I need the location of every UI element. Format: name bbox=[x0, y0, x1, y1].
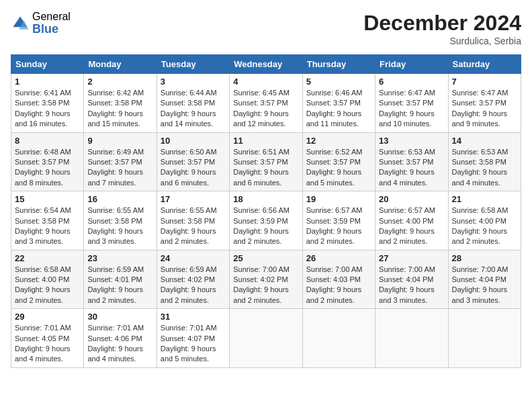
day-info: Sunrise: 6:48 AMSunset: 3:57 PMDaylight:… bbox=[15, 147, 80, 189]
day-info-line: Sunset: 4:07 PM bbox=[161, 334, 226, 344]
day-info-line: Sunrise: 6:57 AM bbox=[379, 205, 444, 216]
day-cell: 27Sunrise: 7:00 AMSunset: 4:04 PMDayligh… bbox=[375, 250, 448, 309]
day-info-line: Daylight: 9 hours bbox=[161, 226, 226, 236]
day-info-line: Sunset: 3:58 PM bbox=[87, 216, 152, 226]
day-number: 19 bbox=[306, 194, 371, 204]
day-number: 10 bbox=[161, 136, 226, 146]
day-info-line: Sunrise: 6:55 AM bbox=[161, 205, 226, 216]
day-info-line: Sunrise: 6:57 AM bbox=[306, 205, 371, 216]
calendar-week-row: 22Sunrise: 6:58 AMSunset: 4:00 PMDayligh… bbox=[11, 250, 521, 309]
empty-day-cell bbox=[302, 309, 375, 368]
day-number: 26 bbox=[306, 253, 371, 263]
day-info: Sunrise: 6:57 AMSunset: 3:59 PMDaylight:… bbox=[306, 205, 371, 247]
day-cell: 22Sunrise: 6:58 AMSunset: 4:00 PMDayligh… bbox=[11, 250, 84, 309]
day-info-line: Sunrise: 6:56 AM bbox=[233, 205, 298, 216]
day-info-line: Sunset: 3:58 PM bbox=[87, 98, 152, 108]
day-info: Sunrise: 7:00 AMSunset: 4:02 PMDaylight:… bbox=[233, 265, 298, 306]
day-info-line: Sunrise: 6:44 AM bbox=[161, 88, 226, 98]
day-number: 4 bbox=[233, 77, 298, 87]
day-info-line: Daylight: 9 hours bbox=[306, 167, 371, 177]
day-info: Sunrise: 6:58 AMSunset: 4:00 PMDaylight:… bbox=[452, 205, 517, 247]
day-info-line: Daylight: 9 hours bbox=[306, 226, 371, 236]
day-info-line: Daylight: 9 hours bbox=[161, 109, 226, 119]
day-info-line: Sunset: 3:58 PM bbox=[161, 216, 226, 226]
day-info-line: Sunset: 3:57 PM bbox=[379, 157, 444, 167]
day-info-line: and 6 minutes. bbox=[233, 178, 298, 188]
day-cell: 29Sunrise: 7:01 AMSunset: 4:05 PMDayligh… bbox=[11, 309, 84, 368]
empty-day-cell bbox=[230, 309, 302, 368]
day-info-line: and 4 minutes. bbox=[379, 178, 444, 188]
day-info-line: Daylight: 9 hours bbox=[15, 167, 80, 177]
day-info: Sunrise: 7:00 AMSunset: 4:04 PMDaylight:… bbox=[452, 265, 517, 306]
day-number: 16 bbox=[87, 194, 152, 204]
day-info: Sunrise: 6:49 AMSunset: 3:57 PMDaylight:… bbox=[87, 147, 152, 189]
day-info-line: Sunset: 4:02 PM bbox=[161, 275, 226, 285]
day-cell: 13Sunrise: 6:53 AMSunset: 3:57 PMDayligh… bbox=[375, 132, 448, 191]
day-info-line: Daylight: 9 hours bbox=[233, 109, 298, 119]
page-header: General Blue December 2024 Surdulica, Se… bbox=[11, 11, 521, 46]
day-number: 15 bbox=[15, 194, 80, 204]
day-info-line: Sunrise: 6:47 AM bbox=[379, 88, 444, 98]
day-number: 2 bbox=[87, 77, 152, 87]
day-number: 31 bbox=[161, 312, 226, 322]
day-info-line: Sunset: 4:04 PM bbox=[379, 275, 444, 285]
day-info-line: and 2 minutes. bbox=[233, 236, 298, 246]
day-cell: 21Sunrise: 6:58 AMSunset: 4:00 PMDayligh… bbox=[448, 191, 521, 250]
calendar-body: 1Sunrise: 6:41 AMSunset: 3:58 PMDaylight… bbox=[11, 74, 521, 368]
location-subtitle: Surdulica, Serbia bbox=[363, 36, 521, 46]
day-info-line: Sunset: 3:57 PM bbox=[379, 98, 444, 108]
day-number: 29 bbox=[15, 312, 80, 322]
day-info: Sunrise: 6:45 AMSunset: 3:57 PMDaylight:… bbox=[233, 88, 298, 130]
day-info-line: Sunset: 3:57 PM bbox=[161, 157, 226, 167]
day-number: 12 bbox=[306, 136, 371, 146]
day-info-line: Daylight: 9 hours bbox=[15, 344, 80, 354]
day-cell: 7Sunrise: 6:47 AMSunset: 3:57 PMDaylight… bbox=[448, 74, 521, 133]
day-info-line: Sunrise: 7:01 AM bbox=[15, 323, 80, 333]
day-info: Sunrise: 6:46 AMSunset: 3:57 PMDaylight:… bbox=[306, 88, 371, 130]
weekday-header-row: SundayMondayTuesdayWednesdayThursdayFrid… bbox=[11, 55, 521, 74]
day-info-line: Sunset: 3:57 PM bbox=[306, 157, 371, 167]
day-cell: 14Sunrise: 6:53 AMSunset: 3:58 PMDayligh… bbox=[448, 132, 521, 191]
day-cell: 31Sunrise: 7:01 AMSunset: 4:07 PMDayligh… bbox=[157, 309, 229, 368]
day-info-line: Sunset: 3:59 PM bbox=[306, 216, 371, 226]
day-info-line: and 10 minutes. bbox=[379, 119, 444, 129]
day-info-line: and 2 minutes. bbox=[161, 236, 226, 246]
day-info: Sunrise: 6:42 AMSunset: 3:58 PMDaylight:… bbox=[87, 88, 152, 130]
day-info-line: and 12 minutes. bbox=[233, 119, 298, 129]
day-info: Sunrise: 6:53 AMSunset: 3:58 PMDaylight:… bbox=[452, 147, 517, 189]
day-info-line: Daylight: 9 hours bbox=[87, 285, 152, 295]
day-info-line: and 2 minutes. bbox=[161, 295, 226, 306]
day-cell: 9Sunrise: 6:49 AMSunset: 3:57 PMDaylight… bbox=[84, 132, 157, 191]
day-info-line: Daylight: 9 hours bbox=[87, 109, 152, 119]
day-info-line: Sunrise: 6:59 AM bbox=[161, 265, 226, 275]
day-number: 22 bbox=[15, 253, 80, 263]
day-info-line: and 2 minutes. bbox=[452, 236, 517, 246]
day-cell: 24Sunrise: 6:59 AMSunset: 4:02 PMDayligh… bbox=[157, 250, 229, 309]
day-number: 28 bbox=[452, 253, 517, 263]
day-cell: 18Sunrise: 6:56 AMSunset: 3:59 PMDayligh… bbox=[230, 191, 302, 250]
day-info-line: and 9 minutes. bbox=[452, 119, 517, 129]
weekday-header-cell: Friday bbox=[375, 55, 448, 74]
calendar-week-row: 1Sunrise: 6:41 AMSunset: 3:58 PMDaylight… bbox=[11, 74, 521, 133]
day-info-line: Daylight: 9 hours bbox=[452, 285, 517, 295]
day-cell: 8Sunrise: 6:48 AMSunset: 3:57 PMDaylight… bbox=[11, 132, 84, 191]
day-info-line: and 2 minutes. bbox=[15, 295, 80, 306]
day-info-line: and 8 minutes. bbox=[15, 178, 80, 188]
day-info: Sunrise: 6:47 AMSunset: 3:57 PMDaylight:… bbox=[452, 88, 517, 130]
day-info-line: Daylight: 9 hours bbox=[161, 167, 226, 177]
day-cell: 1Sunrise: 6:41 AMSunset: 3:58 PMDaylight… bbox=[11, 74, 84, 133]
day-cell: 28Sunrise: 7:00 AMSunset: 4:04 PMDayligh… bbox=[448, 250, 521, 309]
day-cell: 30Sunrise: 7:01 AMSunset: 4:06 PMDayligh… bbox=[84, 309, 157, 368]
day-cell: 5Sunrise: 6:46 AMSunset: 3:57 PMDaylight… bbox=[302, 74, 375, 133]
day-info-line: Sunrise: 6:50 AM bbox=[161, 147, 226, 157]
day-info-line: and 4 minutes. bbox=[452, 178, 517, 188]
day-info-line: Sunrise: 6:53 AM bbox=[452, 147, 517, 157]
title-block: December 2024 Surdulica, Serbia bbox=[363, 11, 521, 46]
day-info-line: Sunset: 3:58 PM bbox=[15, 98, 80, 108]
day-info-line: Sunset: 4:01 PM bbox=[87, 275, 152, 285]
day-info-line: Daylight: 9 hours bbox=[379, 226, 444, 236]
weekday-header-cell: Wednesday bbox=[230, 55, 302, 74]
day-info-line: Sunrise: 6:53 AM bbox=[379, 147, 444, 157]
day-info-line: and 5 minutes. bbox=[161, 354, 226, 364]
day-cell: 6Sunrise: 6:47 AMSunset: 3:57 PMDaylight… bbox=[375, 74, 448, 133]
